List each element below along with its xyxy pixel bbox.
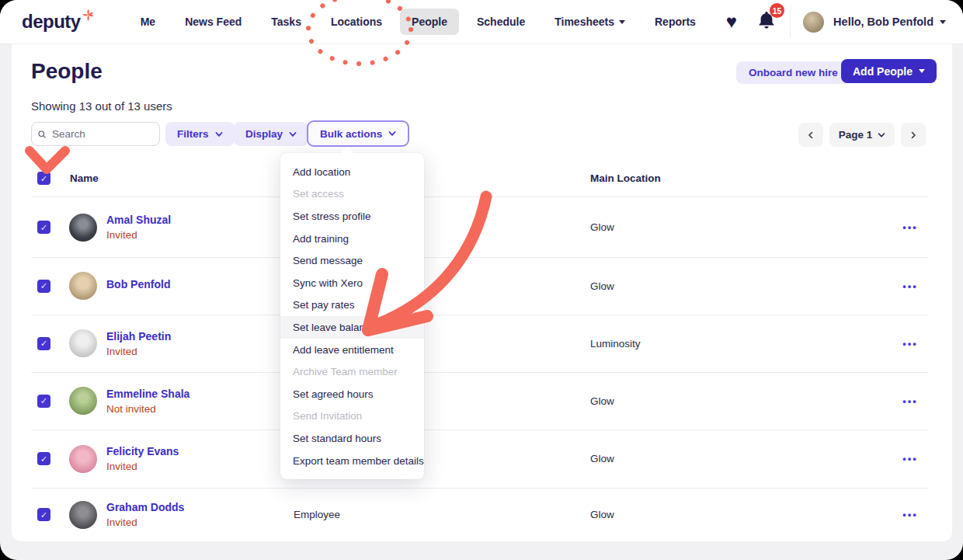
nav-item-me[interactable]: Me: [129, 9, 167, 35]
person-name-link[interactable]: Bob Penfold: [106, 278, 170, 290]
user-avatar[interactable]: [803, 12, 824, 33]
avatar: [69, 501, 97, 529]
onboard-new-hire-label: Onboard new hire: [749, 67, 838, 78]
main-location: Glow: [590, 453, 614, 464]
user-count-text: Showing 13 out of 13 users: [31, 99, 172, 113]
filters-button[interactable]: Filters: [165, 122, 235, 146]
nav-item-locations[interactable]: Locations: [319, 9, 394, 35]
avatar: [69, 214, 97, 242]
row-actions-button[interactable]: •••: [895, 395, 926, 407]
nav-item-people[interactable]: People: [400, 9, 459, 35]
page-selector[interactable]: Page 1: [829, 123, 895, 147]
nav-item-label: Me: [141, 16, 155, 28]
nav-item-news-feed[interactable]: News Feed: [173, 9, 253, 35]
menu-item-add-leave-entitlement[interactable]: Add leave entitlement: [280, 339, 424, 361]
menu-item-archive-team-member: Archive Team member: [280, 360, 424, 383]
search-box[interactable]: [31, 122, 160, 146]
row-actions-button[interactable]: •••: [895, 338, 926, 350]
menu-item-set-pay-rates[interactable]: Set pay rates: [280, 294, 424, 317]
menu-item-export-team-member-details[interactable]: Export team member details: [280, 450, 424, 472]
main-location: Glow: [590, 280, 614, 292]
row-checkbox[interactable]: ✓: [37, 280, 50, 293]
nav-item-schedule[interactable]: Schedule: [465, 9, 537, 35]
main-location: Glow: [590, 509, 614, 520]
chevron-down-icon: [388, 130, 396, 137]
main-location: Glow: [590, 221, 614, 233]
avatar: [69, 445, 97, 473]
row-actions-button[interactable]: •••: [895, 509, 926, 520]
chevron-down-icon: [289, 130, 297, 138]
user-menu[interactable]: Hello, Bob Penfold: [833, 16, 946, 28]
nav-item-label: People: [412, 16, 447, 28]
chevron-down-icon: [940, 20, 946, 24]
table-row: ✓ Elijah PeetinInvited Luminosity •••: [31, 315, 929, 372]
deputy-logo-text: deputy: [22, 11, 81, 33]
person-name-link[interactable]: Elijah Peetin: [106, 330, 171, 343]
page-title: People: [31, 59, 103, 84]
menu-item-add-location[interactable]: Add location: [280, 161, 424, 183]
deputy-star-icon: [82, 9, 95, 22]
menu-item-send-invitation: Send Invitation: [280, 405, 424, 428]
row-checkbox[interactable]: ✓: [37, 452, 50, 465]
avatar: [69, 387, 97, 415]
main-location: Glow: [590, 395, 614, 407]
menu-item-add-training[interactable]: Add training: [280, 228, 424, 250]
main-location: Luminosity: [590, 338, 641, 350]
menu-item-set-stress-profile[interactable]: Set stress profile: [280, 205, 424, 228]
favorites-heart-icon[interactable]: ♥: [726, 12, 737, 31]
notification-badge: 15: [770, 3, 784, 18]
select-all-checkbox[interactable]: ✓: [37, 172, 50, 185]
chevron-down-icon: [619, 20, 625, 24]
row-actions-button[interactable]: •••: [895, 221, 926, 233]
chevron-down-icon: [878, 131, 885, 139]
nav-item-reports[interactable]: Reports: [643, 9, 707, 35]
bulk-actions-label: Bulk actions: [320, 128, 382, 140]
row-checkbox[interactable]: ✓: [37, 221, 50, 234]
onboard-new-hire-button[interactable]: Onboard new hire: [736, 61, 850, 84]
menu-item-set-agreed-hours[interactable]: Set agreed hours: [280, 383, 424, 405]
chevron-left-icon: [807, 131, 815, 139]
menu-item-set-leave-balance[interactable]: Set leave balance: [280, 316, 424, 339]
page-label: Page 1: [839, 129, 873, 141]
filters-label: Filters: [177, 128, 209, 140]
app-window: deputy Me News Feed Tasks Locations Peop…: [0, 0, 963, 560]
nav-item-label: Timesheets: [555, 16, 614, 28]
nav-item-tasks[interactable]: Tasks: [259, 9, 313, 35]
person-name-link[interactable]: Graham Dodds: [106, 501, 184, 513]
row-actions-button[interactable]: •••: [895, 453, 926, 464]
nav-divider: [790, 6, 791, 37]
bulk-actions-button[interactable]: Bulk actions: [307, 120, 409, 147]
table-row: ✓ Emmeline ShalaNot invited Glow •••: [31, 372, 929, 430]
table-row: ✓ Felicity EvansInvited Glow •••: [31, 430, 929, 488]
invite-status: Invited: [106, 229, 171, 241]
nav-item-timesheets[interactable]: Timesheets: [543, 9, 637, 35]
menu-item-send-message[interactable]: Send message: [280, 249, 424, 272]
menu-item-set-standard-hours[interactable]: Set standard hours: [280, 427, 424, 450]
menu-item-sync-with-xero[interactable]: Sync with Xero: [280, 272, 424, 294]
top-nav: deputy Me News Feed Tasks Locations Peop…: [0, 0, 963, 44]
menu-item-set-access: Set access: [280, 183, 424, 206]
row-checkbox[interactable]: ✓: [37, 337, 50, 350]
add-people-button[interactable]: Add People: [841, 59, 937, 83]
chevron-right-icon: [909, 131, 917, 139]
search-input[interactable]: [50, 127, 144, 141]
nav-item-label: Tasks: [271, 16, 301, 28]
person-name-link[interactable]: Felicity Evans: [106, 445, 179, 457]
bulk-actions-menu: Add location Set access Set stress profi…: [280, 153, 424, 479]
row-actions-button[interactable]: •••: [895, 280, 926, 292]
nav-item-label: News Feed: [185, 16, 242, 28]
display-button[interactable]: Display: [234, 122, 308, 146]
row-checkbox[interactable]: ✓: [37, 508, 50, 521]
deputy-logo[interactable]: deputy: [22, 11, 95, 33]
person-name-link[interactable]: Amal Shuzal: [106, 214, 171, 226]
display-label: Display: [245, 128, 283, 140]
nav-right-cluster: ♥ 15 Hello, Bob Penfold: [726, 6, 946, 37]
previous-page-button[interactable]: [798, 123, 823, 147]
search-icon: [38, 130, 46, 138]
notifications-bell[interactable]: 15: [757, 10, 776, 33]
invite-status: Not invited: [106, 403, 189, 415]
next-page-button[interactable]: [901, 123, 926, 147]
row-checkbox[interactable]: ✓: [37, 395, 50, 408]
nav-item-label: Schedule: [477, 16, 525, 28]
person-name-link[interactable]: Emmeline Shala: [106, 388, 189, 400]
